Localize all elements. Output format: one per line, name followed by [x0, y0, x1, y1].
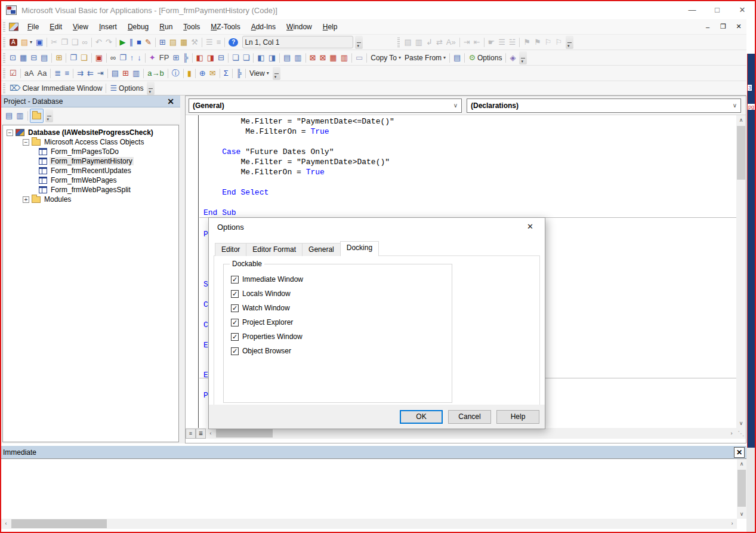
menu-debug[interactable]: Debug — [122, 20, 154, 34]
clear-immediate-window-button[interactable]: ⌦Clear Immediate Window — [8, 82, 104, 94]
tab-general[interactable]: General — [302, 243, 341, 256]
windows-tree-icon[interactable]: ⊟ — [29, 52, 39, 64]
toolbar-grip[interactable] — [3, 22, 5, 32]
clear-bookmarks-button[interactable]: ⚐ — [553, 36, 564, 48]
toggle-folders-button[interactable] — [30, 109, 44, 123]
doc-arrow-down-icon[interactable]: ❏ — [241, 52, 252, 64]
scroll-thumb[interactable] — [11, 519, 107, 528]
insert-userform-dropdown[interactable]: ▤▾ — [19, 36, 34, 48]
tree-expander[interactable]: − — [7, 130, 13, 136]
scroll-up-arrow[interactable]: ∧ — [736, 115, 746, 125]
close-grid-icon[interactable]: ▦ — [328, 52, 338, 64]
rename-ab-icon[interactable]: a→b — [146, 67, 165, 79]
undo-button[interactable]: ↶ — [94, 36, 104, 48]
scroll-down-arrow[interactable]: ∨ — [736, 418, 746, 428]
tree-item-database[interactable]: − Database (IAWebsiteProgressCheck) — [3, 128, 178, 137]
immediate-content[interactable] — [1, 459, 737, 519]
mz1-toolbar-overflow[interactable]: ▾ — [519, 51, 527, 64]
split-tree-icon[interactable]: ╠ — [181, 52, 190, 64]
toolbar-grip[interactable] — [3, 53, 5, 63]
child-restore-button[interactable]: ❐ — [715, 23, 731, 30]
code-templates-icon[interactable]: ▤ — [452, 52, 462, 64]
code-horizontal-scrollbar[interactable]: ‹ › — [206, 429, 736, 438]
tree-expander[interactable]: + — [23, 196, 29, 203]
indent-lines-icon[interactable]: ≡ — [215, 36, 223, 48]
paste-button[interactable]: ❑ — [70, 36, 81, 48]
tab-editor-format[interactable]: Editor Format — [246, 243, 303, 256]
info-tip-icon[interactable]: ⓘ — [170, 67, 181, 79]
tree-expander[interactable]: − — [23, 139, 29, 146]
tree-item-access-class-objects[interactable]: − Microsoft Access Class Objects — [3, 137, 178, 147]
checkbox-object-browser[interactable]: ✓ Object Browser — [231, 346, 303, 356]
procedure-view-button[interactable]: ≡ — [186, 429, 196, 439]
propercase-icon[interactable]: Aa — [36, 67, 49, 79]
project-toolbar-overflow[interactable]: ▾ — [45, 109, 53, 122]
scroll-up-arrow[interactable]: ∧ — [737, 459, 746, 469]
red-header-icon[interactable]: ◨ — [205, 52, 216, 64]
list-properties-button[interactable]: ▤ — [402, 36, 413, 48]
menu-mz-tools[interactable]: MZ-Tools — [205, 20, 245, 34]
window-right-icon[interactable]: ◨ — [267, 52, 277, 64]
immediate-vertical-scrollbar[interactable]: ∧ ∨ — [737, 459, 746, 519]
toolbar-grip[interactable] — [3, 84, 5, 93]
review-checklist-icon[interactable]: ☑ — [8, 67, 18, 79]
view-code-button[interactable]: ▤ — [4, 110, 14, 122]
edit-toolbar-overflow[interactable]: ▾ — [566, 36, 573, 49]
view-microsoft-access-button[interactable]: A — [8, 36, 19, 48]
toolbar-grip[interactable] — [3, 38, 5, 47]
standard-toolbar-overflow[interactable]: ▾ — [355, 36, 363, 49]
paste-from-dropdown[interactable]: Paste From▾ — [403, 52, 448, 64]
move-down-icon[interactable]: ↓ — [135, 52, 143, 64]
run-button[interactable]: ▶ — [118, 36, 128, 48]
doc-number-2-icon[interactable]: ▥ — [131, 67, 141, 79]
menu-add-ins[interactable]: Add-Ins — [246, 20, 281, 34]
scroll-down-arrow[interactable]: ∨ — [737, 509, 746, 519]
menu-window[interactable]: Window — [281, 20, 317, 34]
eraser-icon[interactable]: ▭ — [354, 52, 365, 64]
copy-to-dropdown[interactable]: Copy To▾ — [369, 52, 403, 64]
tree-item-modules[interactable]: + Modules — [3, 195, 178, 204]
menu-help[interactable]: Help — [317, 20, 343, 34]
tree-item-form-webpages[interactable]: Form_frmWebPages — [3, 175, 178, 185]
procedures-window-icon[interactable]: ⊡ — [8, 52, 18, 64]
cut-button[interactable]: ✂ — [49, 36, 59, 48]
procedure-dropdown[interactable]: (Declarations) ∨ — [467, 98, 741, 113]
tree-item-form-webpagessplit[interactable]: Form_frmWebPagesSplit — [3, 185, 178, 195]
delete-saved-icon[interactable]: ▣ — [94, 52, 104, 64]
checkbox-properties-window[interactable]: ✓ Properties Window — [231, 332, 303, 341]
mz-help-book-icon[interactable]: ◈ — [508, 52, 517, 64]
code-margin[interactable] — [186, 115, 199, 428]
doc-number-icon[interactable]: ▤ — [110, 67, 121, 79]
outdent-button[interactable]: ⇤ — [472, 36, 482, 48]
fp-icon[interactable]: FP — [158, 52, 171, 64]
immediate-toolbar-overflow[interactable]: ▾ — [147, 82, 155, 95]
help-button[interactable]: ? — [227, 36, 240, 48]
close-doc-icon[interactable]: ⊠ — [317, 52, 328, 64]
next-bookmark-button[interactable]: ⚑ — [532, 36, 543, 48]
move-up-icon[interactable]: ↑ — [128, 52, 136, 64]
cancel-button[interactable]: Cancel — [448, 410, 491, 424]
break-button[interactable]: ∥ — [128, 36, 135, 48]
sort-right-icon[interactable]: ⇉ — [75, 67, 85, 79]
toggle-breakpoint-button[interactable]: ☛ — [486, 36, 497, 48]
reset-button[interactable]: ■ — [135, 36, 143, 48]
magic-wand-icon[interactable]: ✦ — [147, 52, 158, 64]
tree-item-form-pagestodo[interactable]: Form_frmPagesToDo — [3, 147, 178, 156]
scroll-thumb[interactable] — [216, 429, 273, 438]
menu-edit[interactable]: Edit — [44, 20, 67, 34]
quick-info-button[interactable]: ↲ — [424, 36, 434, 48]
tree-item-form-paymenthistory[interactable]: Form_frmPaymentHistory — [3, 156, 178, 166]
menu-view[interactable]: View — [67, 20, 94, 34]
toolbox-button[interactable]: ⚒ — [189, 36, 200, 48]
menu-file[interactable]: File — [22, 20, 44, 34]
indent-statistics-icon[interactable]: ⇥ — [95, 67, 106, 79]
menu-tools[interactable]: Tools — [178, 20, 205, 34]
toggle-bookmark-button[interactable]: ⚑ — [522, 36, 532, 48]
checkbox-immediate-window[interactable]: ✓ Immediate Window — [231, 275, 303, 284]
dialog-close-icon[interactable]: ✕ — [517, 218, 544, 236]
options-dialog-titlebar[interactable]: Options ✕ — [209, 218, 545, 236]
view-dropdown[interactable]: View▾ — [248, 67, 271, 79]
child-close-button[interactable]: ✕ — [731, 23, 746, 30]
plain-list-icon[interactable]: ≡ — [63, 67, 71, 79]
code-vertical-scrollbar[interactable]: ∧ ∨ — [736, 115, 746, 428]
